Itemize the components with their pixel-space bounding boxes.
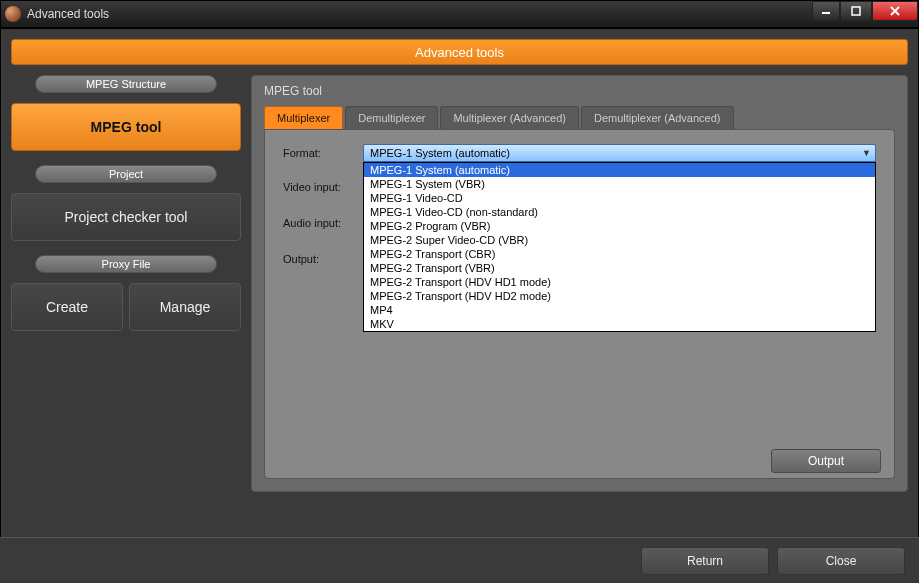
dialog-bottom-bar: Return Close <box>0 537 919 583</box>
format-option[interactable]: MP4 <box>364 303 875 317</box>
window-controls <box>812 1 918 21</box>
format-option[interactable]: MPEG-2 Transport (HDV HD2 mode) <box>364 289 875 303</box>
tab-multiplexer[interactable]: Multiplexer <box>264 106 343 129</box>
panel-title: MPEG tool <box>252 76 907 106</box>
sidebar-item-project-checker[interactable]: Project checker tool <box>11 193 241 241</box>
tabstrip: Multiplexer Demultiplexer Multiplexer (A… <box>264 106 895 129</box>
sidebar-item-label: MPEG tool <box>91 119 162 135</box>
format-combo[interactable]: MPEG-1 System (automatic) ▼ <box>363 144 876 162</box>
tab-demultiplexer[interactable]: Demultiplexer <box>345 106 438 129</box>
close-button[interactable] <box>872 1 918 21</box>
output-button[interactable]: Output <box>771 449 881 473</box>
format-option[interactable]: MPEG-1 Video-CD <box>364 191 875 205</box>
format-option[interactable]: MKV <box>364 317 875 331</box>
format-selected-value: MPEG-1 System (automatic) <box>370 147 510 159</box>
format-option[interactable]: MPEG-2 Transport (HDV HD1 mode) <box>364 275 875 289</box>
format-dropdown-list[interactable]: MPEG-1 System (automatic)MPEG-1 System (… <box>363 162 876 332</box>
sidebar-group-proxy-file: Proxy File <box>35 255 217 273</box>
sidebar-item-label: Create <box>46 299 88 315</box>
app-icon <box>5 6 21 22</box>
titlebar: Advanced tools <box>0 0 919 28</box>
format-option[interactable]: MPEG-2 Super Video-CD (VBR) <box>364 233 875 247</box>
maximize-button[interactable] <box>840 1 872 21</box>
sidebar-item-manage[interactable]: Manage <box>129 283 241 331</box>
main-panel: MPEG tool Multiplexer Demultiplexer Mult… <box>251 75 908 492</box>
output-label: Output: <box>283 253 363 265</box>
format-option[interactable]: MPEG-1 System (VBR) <box>364 177 875 191</box>
video-input-label: Video input: <box>283 181 363 193</box>
format-option[interactable]: MPEG-2 Program (VBR) <box>364 219 875 233</box>
audio-input-label: Audio input: <box>283 217 363 229</box>
sidebar: MPEG Structure MPEG tool Project Project… <box>11 75 241 492</box>
tab-body: Format: MPEG-1 System (automatic) ▼ MPEG… <box>264 129 895 479</box>
format-option[interactable]: MPEG-1 System (automatic) <box>364 163 875 177</box>
close-dialog-button[interactable]: Close <box>777 547 905 575</box>
minimize-button[interactable] <box>812 1 840 21</box>
svg-rect-1 <box>852 7 860 15</box>
sidebar-item-create[interactable]: Create <box>11 283 123 331</box>
chevron-down-icon: ▼ <box>862 148 871 158</box>
tab-demultiplexer-advanced[interactable]: Demultiplexer (Advanced) <box>581 106 734 129</box>
sidebar-item-label: Project checker tool <box>65 209 188 225</box>
window-title: Advanced tools <box>27 7 109 21</box>
sidebar-item-label: Manage <box>160 299 211 315</box>
dialog-body: Advanced tools MPEG Structure MPEG tool … <box>0 28 919 583</box>
return-button[interactable]: Return <box>641 547 769 575</box>
format-label: Format: <box>283 147 363 159</box>
sidebar-group-project: Project <box>35 165 217 183</box>
sidebar-item-mpeg-tool[interactable]: MPEG tool <box>11 103 241 151</box>
format-option[interactable]: MPEG-2 Transport (VBR) <box>364 261 875 275</box>
sidebar-group-mpeg-structure: MPEG Structure <box>35 75 217 93</box>
format-option[interactable]: MPEG-2 Transport (CBR) <box>364 247 875 261</box>
dialog-header: Advanced tools <box>11 39 908 65</box>
format-option[interactable]: MPEG-1 Video-CD (non-standard) <box>364 205 875 219</box>
format-row: Format: MPEG-1 System (automatic) ▼ MPEG… <box>283 144 876 162</box>
tab-multiplexer-advanced[interactable]: Multiplexer (Advanced) <box>440 106 579 129</box>
